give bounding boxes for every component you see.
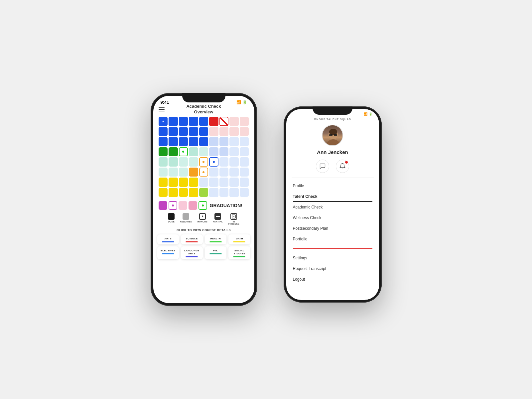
grid-cell[interactable]	[209, 137, 218, 146]
hamburger-menu[interactable]	[159, 107, 165, 111]
grid-cell[interactable]	[199, 188, 208, 197]
grid-cell[interactable]	[209, 157, 218, 167]
course-card-electives[interactable]: ELECTIVES	[157, 246, 179, 259]
grid-cell[interactable]	[219, 127, 229, 136]
message-button[interactable]	[316, 160, 329, 173]
menu-item-postsecondary[interactable]: Postsecondary Plan	[286, 223, 379, 234]
grid-cell[interactable]	[189, 127, 198, 136]
grid-cell[interactable]	[240, 157, 249, 167]
grid-cell[interactable]	[209, 178, 218, 187]
menu-item-talent-check[interactable]: Talent Check	[286, 191, 379, 202]
academic-grid-container: ★	[153, 114, 254, 200]
grid-cell[interactable]	[219, 117, 229, 126]
grid-cell[interactable]	[159, 188, 168, 197]
grid-cell[interactable]	[240, 188, 249, 197]
grid-cell[interactable]	[219, 168, 229, 177]
grid-cell[interactable]	[199, 127, 208, 136]
grid-cell[interactable]	[169, 178, 178, 187]
grid-cell[interactable]	[240, 137, 249, 146]
grid-cell[interactable]	[169, 147, 178, 157]
grid-cell[interactable]	[159, 127, 168, 136]
grid-cell[interactable]	[199, 178, 208, 187]
course-details-title: CLICK TO VIEW COURSE DETAILS	[153, 227, 254, 233]
course-card-language-arts[interactable]: LANGUAGE ARTS	[181, 246, 203, 259]
grid-cell[interactable]	[219, 147, 229, 157]
menu-item-wellness-check[interactable]: Wellness Check	[286, 212, 379, 223]
grid-cell[interactable]	[179, 157, 188, 167]
grid-cell[interactable]	[240, 147, 249, 157]
course-card-social-studies[interactable]: SOCIAL STUDIES	[228, 246, 250, 259]
left-phone-screen: 9:41 📶 🔋 Academic Check Overview	[153, 96, 254, 303]
menu-item-logout[interactable]: Logout	[286, 274, 379, 285]
menu-item-profile[interactable]: Profile	[286, 181, 379, 191]
grid-cell[interactable]	[209, 168, 218, 177]
svg-rect-7	[334, 134, 337, 136]
grid-cell[interactable]	[189, 117, 198, 126]
grid-cell[interactable]	[229, 157, 239, 167]
grid-cell[interactable]	[159, 157, 168, 167]
grid-cell[interactable]	[159, 178, 168, 187]
grid-cell[interactable]: ★	[159, 117, 168, 126]
grid-cell[interactable]	[209, 188, 218, 197]
grid-cell[interactable]	[169, 168, 178, 177]
grid-cell[interactable]	[229, 188, 239, 197]
grid-cell[interactable]	[189, 147, 198, 157]
menu-item-portfolio[interactable]: Portfolio	[286, 234, 379, 244]
grid-cell[interactable]	[229, 147, 239, 157]
grid-cell[interactable]	[169, 127, 178, 136]
grid-cell[interactable]	[240, 178, 249, 187]
course-card-arts[interactable]: ARTS	[157, 234, 179, 244]
course-card-science[interactable]: SCIENCE	[181, 234, 203, 244]
menu-item-academic-check[interactable]: Academic Check	[286, 202, 379, 212]
grid-cell[interactable]	[229, 137, 239, 146]
grid-cell[interactable]	[169, 117, 178, 126]
grid-cell[interactable]	[199, 147, 208, 157]
grid-cell[interactable]	[219, 178, 229, 187]
grid-cell[interactable]	[229, 168, 239, 177]
grid-cell[interactable]	[219, 157, 229, 167]
grid-cell[interactable]	[229, 178, 239, 187]
course-card-health[interactable]: HEALTH	[205, 234, 227, 244]
grid-cell[interactable]	[229, 117, 239, 126]
grid-cell[interactable]	[199, 168, 208, 177]
grid-cell[interactable]	[179, 137, 188, 146]
user-name: Ann Jencken	[286, 149, 379, 158]
grid-cell[interactable]	[199, 117, 208, 126]
grid-cell[interactable]	[199, 157, 208, 167]
grid-cell[interactable]	[179, 188, 188, 197]
grid-cell[interactable]	[240, 168, 249, 177]
legend-done: DONE	[168, 213, 175, 223]
grid-cell[interactable]	[179, 147, 188, 157]
grid-cell[interactable]	[229, 127, 239, 136]
grid-cell[interactable]	[169, 188, 178, 197]
legend-inprocess-icon	[230, 213, 237, 220]
grid-cell[interactable]	[189, 168, 198, 177]
grid-cell[interactable]	[159, 168, 168, 177]
grid-cell[interactable]	[189, 188, 198, 197]
grid-cell[interactable]	[159, 147, 168, 157]
course-card-math[interactable]: MATH	[228, 234, 250, 244]
grid-cell[interactable]	[199, 137, 208, 146]
grid-cell[interactable]	[179, 127, 188, 136]
grid-cell[interactable]	[189, 178, 198, 187]
grid-cell[interactable]	[189, 157, 198, 167]
grid-cell[interactable]	[209, 147, 218, 157]
notification-button[interactable]	[336, 160, 349, 173]
menu-item-settings[interactable]: Settings	[286, 253, 379, 263]
grid-cell[interactable]	[169, 137, 178, 146]
grid-cell[interactable]	[189, 137, 198, 146]
grid-cell[interactable]	[240, 117, 249, 126]
grid-cell[interactable]	[219, 137, 229, 146]
grid-cell[interactable]	[179, 117, 188, 126]
grid-cell[interactable]	[169, 157, 178, 167]
grid-cell[interactable]	[219, 188, 229, 197]
grid-cell[interactable]	[240, 127, 249, 136]
legend-done-icon	[168, 213, 175, 220]
grid-cell[interactable]	[179, 178, 188, 187]
grid-cell[interactable]	[179, 168, 188, 177]
grid-cell[interactable]	[209, 127, 218, 136]
grid-cell[interactable]	[209, 117, 218, 126]
course-card-pe[interactable]: P.E.	[205, 246, 227, 259]
menu-item-transcript[interactable]: Request Transcript	[286, 263, 379, 274]
grid-cell[interactable]	[159, 137, 168, 146]
